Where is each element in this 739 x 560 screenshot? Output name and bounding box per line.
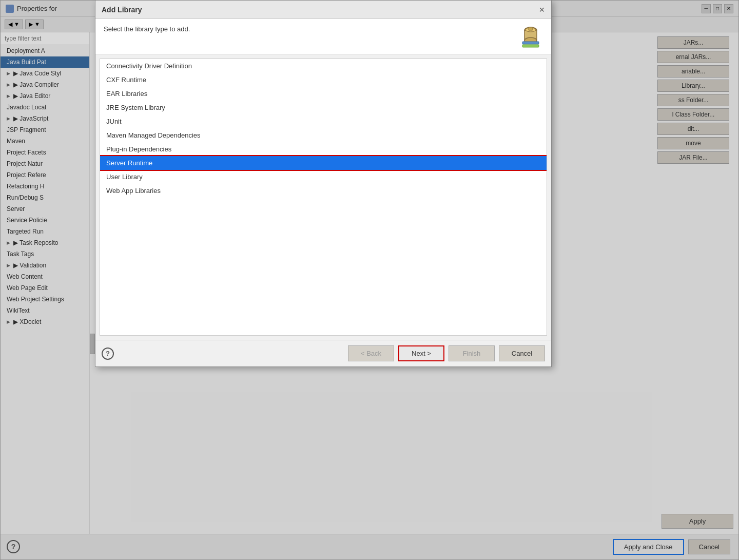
dialog-footer: ? < Back Next > Finish Cancel [95,340,551,366]
svg-rect-3 [522,42,539,44]
svg-rect-4 [522,45,539,47]
dialog-library-list[interactable]: Connectivity Driver DefinitionCXF Runtim… [100,59,547,336]
next-button[interactable]: Next > [398,345,444,361]
library-item-8[interactable]: User Library [100,170,547,184]
dialog-footer-buttons: < Back Next > Finish Cancel [348,345,545,361]
dialog-help-icon[interactable]: ? [102,347,114,360]
add-library-dialog: Add Library ✕ Select the library type to… [95,0,552,367]
library-item-5[interactable]: Maven Managed Dependencies [100,128,547,142]
dialog-titlebar: Add Library ✕ [95,1,551,19]
library-item-3[interactable]: JRE System Library [100,101,547,114]
back-button[interactable]: < Back [348,345,394,361]
dialog-close-button[interactable]: ✕ [539,6,545,14]
dialog-subtitle: Select the library type to add. [104,25,190,33]
library-item-0[interactable]: Connectivity Driver Definition [100,59,547,73]
dialog-header: Select the library type to add. [95,19,551,54]
library-item-2[interactable]: EAR Libraries [100,87,547,101]
library-item-1[interactable]: CXF Runtime [100,73,547,87]
library-item-6[interactable]: Plug-in Dependencies [100,142,547,156]
dialog-library-icon [518,25,543,50]
library-item-9[interactable]: Web App Libraries [100,184,547,198]
finish-button[interactable]: Finish [449,345,495,361]
dialog-title: Add Library [102,6,142,14]
library-item-4[interactable]: JUnit [100,114,547,128]
cancel-button[interactable]: Cancel [499,345,545,361]
library-item-7[interactable]: Server Runtime [100,156,547,170]
svg-rect-6 [529,27,533,30]
